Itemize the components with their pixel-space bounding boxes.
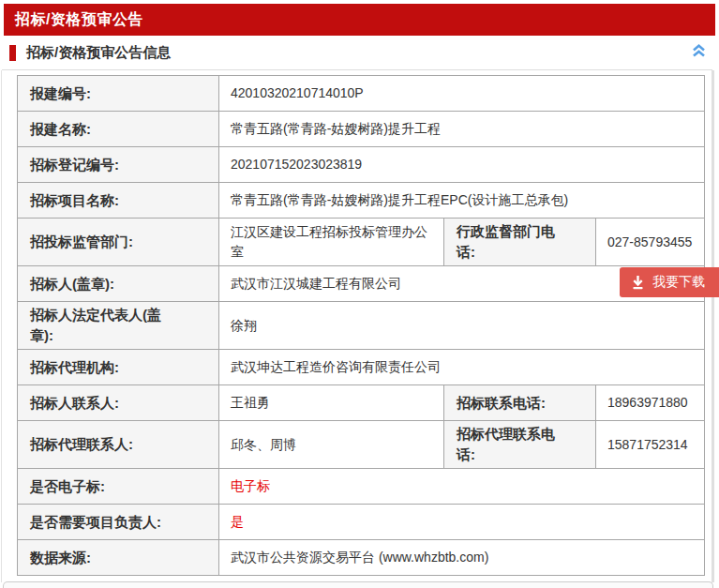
field-value: 42010320210714010P: [219, 76, 705, 112]
field-value: 027-85793455: [596, 219, 705, 266]
field-value: 常青五路(常青路-姑嫂树路)提升工程EPC(设计施工总承包): [219, 183, 705, 219]
field-value-highlight: 是: [219, 505, 705, 540]
field-label: 是否电子标:: [18, 469, 219, 505]
table-row: 招标人(盖章): 武汉市江汉城建工程有限公司: [18, 266, 705, 302]
table-row: 招投标监管部门: 江汉区建设工程招标投标管理办公室 行政监督部门电话: 027-…: [18, 219, 705, 266]
field-label: 招标代理联系人:: [18, 421, 219, 469]
table-row: 是否需要项目负责人: 是: [18, 505, 705, 540]
field-label: 行政监督部门电话:: [444, 219, 596, 266]
field-value: 202107152023023819: [219, 147, 705, 183]
field-value: 江汉区建设工程招标投标管理办公室: [219, 219, 444, 266]
field-label: 招投标监管部门:: [18, 219, 219, 266]
field-value: 18963971880: [596, 385, 705, 421]
table-row: 招标项目名称: 常青五路(常青路-姑嫂树路)提升工程EPC(设计施工总承包): [18, 183, 705, 219]
page-title: 招标/资格预审公告: [4, 10, 143, 30]
field-label: 招标登记编号:: [18, 147, 219, 183]
field-value: 徐翔: [219, 302, 705, 350]
table-row: 招标人法定代表人(盖章): 徐翔: [18, 302, 705, 350]
download-button-label: 我要下载: [652, 274, 705, 291]
section-header: 招标/资格预审公告信息: [0, 36, 715, 70]
field-value: 邱冬、周博: [219, 421, 444, 469]
table-row: 招标登记编号: 202107152023023819: [18, 147, 705, 183]
download-icon: [631, 275, 645, 290]
table-row: 是否电子标: 电子标: [18, 469, 705, 505]
section-title: 招标/资格预审公告信息: [26, 44, 171, 62]
field-value: 王祖勇: [219, 385, 444, 421]
download-button[interactable]: 我要下载: [620, 267, 719, 297]
field-value: 武汉坤达工程造价咨询有限责任公司: [219, 350, 705, 385]
table-row: 数据来源: 武汉市公共资源交易平台 (www.whzbtb.com): [18, 540, 705, 576]
field-label: 招标人法定代表人(盖章):: [18, 302, 219, 350]
table-row: 招标人联系人: 王祖勇 招标联系电话: 18963971880: [18, 385, 705, 421]
field-label: 招标人联系人:: [18, 385, 219, 421]
field-label: 招标人(盖章):: [18, 266, 219, 302]
red-accent-bar: [9, 45, 16, 61]
field-value: 武汉市公共资源交易平台 (www.whzbtb.com): [219, 540, 705, 576]
field-label: 报建名称:: [18, 112, 219, 147]
field-label: 报建编号:: [18, 76, 219, 112]
table-row: 报建编号: 42010320210714010P: [18, 76, 705, 112]
field-value: 15871752314: [596, 421, 705, 469]
field-value-highlight: 电子标: [219, 469, 705, 505]
field-label: 招标代理联系电话:: [444, 421, 596, 469]
table-row: 报建名称: 常青五路(常青路-姑嫂树路)提升工程: [18, 112, 705, 147]
announcement-banner: 招标/资格预审公告: [4, 4, 715, 36]
field-label: 招标联系电话:: [444, 385, 596, 421]
announcement-info-table: 报建编号: 42010320210714010P 报建名称: 常青五路(常青路-…: [17, 75, 705, 576]
field-label: 招标项目名称:: [18, 183, 219, 219]
table-row: 招标代理机构: 武汉坤达工程造价咨询有限责任公司: [18, 350, 705, 385]
table-row: 招标代理联系人: 邱冬、周博 招标代理联系电话: 15871752314: [18, 421, 705, 469]
panel-border-left: [1, 38, 2, 582]
field-label: 是否需要项目负责人:: [18, 505, 219, 540]
field-label: 招标代理机构:: [18, 350, 219, 385]
field-label: 数据来源:: [18, 540, 219, 576]
section-divider: [2, 69, 712, 70]
chevron-double-up-icon: [691, 43, 707, 62]
collapse-section-button[interactable]: [689, 43, 708, 62]
next-section-divider: [3, 581, 713, 588]
field-value: 常青五路(常青路-姑嫂树路)提升工程: [219, 112, 705, 147]
panel-border-right: [712, 39, 714, 582]
